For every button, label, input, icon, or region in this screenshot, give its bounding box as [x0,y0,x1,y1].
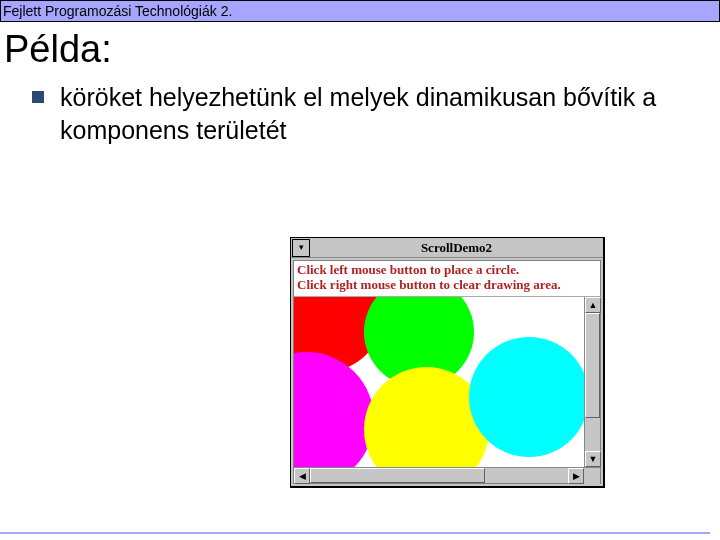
circle [469,337,584,457]
viewport-row: ▲ ▼ [294,297,600,467]
scrollbar-corner [584,468,600,484]
window-title: ScrollDemo2 [310,240,603,256]
bullet-icon [32,91,44,103]
scroll-down-button[interactable]: ▼ [585,451,601,467]
scroll-up-button[interactable]: ▲ [585,297,601,313]
slide-footer: 58 [0,532,710,534]
instructions: Click left mouse button to place a circl… [294,261,600,297]
scroll-left-button[interactable]: ◀ [294,468,310,484]
system-menu-button[interactable]: ▾ [292,239,310,257]
horizontal-scroll-thumb[interactable] [310,468,485,483]
vertical-scrollbar[interactable]: ▲ ▼ [584,297,600,467]
scrolldemo-window: ▾ ScrollDemo2 Click left mouse button to… [290,237,605,488]
vertical-scroll-track[interactable] [585,313,600,451]
bullet-item: köröket helyezhetünk el melyek dinamikus… [0,81,720,146]
drawing-area[interactable] [294,297,584,467]
horizontal-scroll-track[interactable] [310,468,568,483]
instruction-line-2: Click right mouse button to clear drawin… [297,278,597,293]
scroll-pane: Click left mouse button to place a circl… [293,260,601,484]
bullet-text: köröket helyezhetünk el melyek dinamikus… [60,81,696,146]
vertical-scroll-thumb[interactable] [585,313,600,418]
slide-header: Fejlett Programozási Technológiák 2. [0,0,720,22]
instruction-line-1: Click left mouse button to place a circl… [297,263,597,278]
slide-title: Példa: [0,22,720,81]
scroll-right-button[interactable]: ▶ [568,468,584,484]
header-text: Fejlett Programozási Technológiák 2. [3,3,232,19]
window-client-area: Click left mouse button to place a circl… [291,258,603,486]
circle [294,352,374,467]
system-menu-icon: ▾ [299,243,304,252]
window-titlebar[interactable]: ▾ ScrollDemo2 [291,238,603,258]
horizontal-scrollbar[interactable]: ◀ ▶ [294,467,600,483]
